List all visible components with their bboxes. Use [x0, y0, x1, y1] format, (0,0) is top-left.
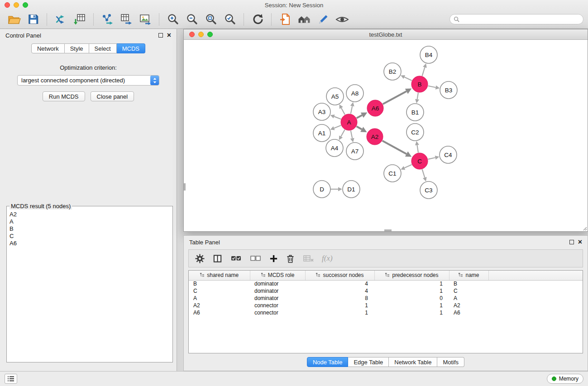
edge-A-A8[interactable] [351, 106, 352, 114]
tab-network[interactable]: Network [31, 43, 65, 53]
apply-style-button[interactable] [314, 11, 333, 28]
mcds-result-item-c[interactable]: C [8, 233, 172, 240]
cell-shared-name[interactable]: A6 [189, 309, 250, 316]
cell-predecessor-nodes[interactable]: 1 [374, 309, 449, 316]
zoom-selected-button[interactable] [220, 11, 239, 28]
cell-successor-nodes[interactable]: 1 [305, 302, 374, 309]
mcds-result-item-a6[interactable]: A6 [8, 240, 172, 247]
cell-name[interactable]: A6 [449, 309, 488, 316]
float-panel-icon[interactable] [158, 33, 163, 38]
table-tab-motifs[interactable]: Motifs [437, 357, 464, 367]
float-table-panel-icon[interactable] [569, 240, 574, 244]
cell-name[interactable]: B [449, 280, 488, 287]
table-row[interactable]: Adominator80A [189, 295, 583, 302]
edge-A-A7[interactable] [351, 131, 352, 138]
cell-mcds-role[interactable]: dominator [250, 287, 305, 295]
mcds-result-list[interactable]: A2ABCA6 [8, 211, 172, 361]
tab-style[interactable]: Style [65, 43, 89, 53]
vertical-scroll-stub[interactable] [184, 183, 186, 191]
table-settings-button[interactable] [195, 254, 205, 263]
cell-successor-nodes[interactable]: 4 [305, 280, 374, 287]
delete-table-button[interactable] [303, 254, 314, 262]
cell-predecessor-nodes[interactable]: 0 [374, 295, 449, 302]
select-all-columns-button[interactable] [230, 254, 242, 262]
cell-shared-name[interactable]: A [189, 295, 250, 302]
save-session-button[interactable] [24, 11, 43, 28]
edge-B-B1[interactable] [417, 93, 418, 100]
edge-B-B2[interactable] [404, 77, 412, 81]
edge-A-A2[interactable] [357, 126, 362, 129]
cell-shared-name[interactable]: B [189, 280, 250, 287]
network-canvas-area[interactable]: B4B2BB3A8A5A6A3B1AC2A1A2A4A7C4CC1C3DD1 [184, 40, 588, 231]
edge-C-C2[interactable] [417, 145, 418, 153]
network-window-titlebar[interactable]: testGlobe.txt [184, 29, 588, 40]
cell-shared-name[interactable]: C [189, 287, 250, 295]
memory-button[interactable]: Memory [547, 374, 583, 384]
edge-A-A4[interactable] [341, 130, 345, 137]
cell-name[interactable]: A [449, 295, 488, 302]
edge-C-C1[interactable] [404, 165, 411, 168]
table-tab-network-table[interactable]: Network Table [389, 357, 437, 367]
open-network-file-button[interactable] [276, 11, 295, 28]
column-header-predecessor-nodes[interactable]: predecessor nodes [374, 271, 449, 280]
cell-mcds-role[interactable]: dominator [250, 295, 305, 302]
delete-column-button[interactable] [286, 254, 295, 263]
open-session-button[interactable] [5, 11, 24, 28]
panel-selector-button[interactable] [5, 374, 17, 384]
cell-mcds-role[interactable]: connector [250, 309, 305, 316]
node-table[interactable]: shared nameMCDS rolesuccessor nodesprede… [188, 270, 583, 353]
cell-mcds-role[interactable]: dominator [250, 280, 305, 287]
mcds-result-item-a2[interactable]: A2 [8, 211, 172, 218]
table-row[interactable]: Bdominator41B [189, 280, 583, 287]
edge-C-C4[interactable] [428, 157, 435, 159]
show-all-networks-button[interactable] [295, 11, 314, 28]
cell-successor-nodes[interactable]: 1 [305, 309, 374, 316]
edge-A-A5[interactable] [341, 108, 345, 114]
close-panel-button[interactable]: Close panel [91, 91, 134, 101]
cell-shared-name[interactable]: A2 [189, 302, 250, 309]
horizontal-scroll-stub[interactable] [384, 229, 392, 231]
network-canvas[interactable]: B4B2BB3A8A5A6A3B1AC2A1A2A4A7C4CC1C3DD1 [184, 40, 588, 231]
import-table-button[interactable] [70, 11, 89, 28]
edge-A-A6[interactable] [357, 115, 362, 118]
cell-predecessor-nodes[interactable]: 1 [374, 302, 449, 309]
table-tab-edge-table[interactable]: Edge Table [348, 357, 389, 367]
cell-predecessor-nodes[interactable]: 1 [374, 287, 449, 295]
search-input[interactable] [462, 16, 579, 23]
criterion-dropdown[interactable]: largest connected component (directed) [17, 75, 159, 86]
function-builder-button[interactable]: f(x) [322, 254, 333, 263]
zoom-in-button[interactable] [163, 11, 182, 28]
edge-A-A1[interactable] [334, 125, 341, 128]
export-table-button[interactable] [117, 11, 136, 28]
edge-A6-B[interactable] [383, 91, 406, 104]
edge-B-B4[interactable] [422, 67, 425, 76]
cell-name[interactable]: A2 [449, 302, 488, 309]
table-row[interactable]: A2connector11A2 [189, 302, 583, 309]
export-network-button[interactable] [98, 11, 117, 28]
run-mcds-button[interactable]: Run MCDS [43, 91, 85, 101]
cell-mcds-role[interactable]: connector [250, 302, 305, 309]
cell-successor-nodes[interactable]: 8 [305, 295, 374, 302]
column-header-shared-name[interactable]: shared name [189, 271, 250, 280]
table-row[interactable]: A6connector11A6 [189, 309, 583, 316]
export-image-button[interactable] [136, 11, 155, 28]
edge-A2-C[interactable] [382, 141, 406, 154]
cell-predecessor-nodes[interactable]: 1 [374, 280, 449, 287]
zoom-fit-button[interactable] [201, 11, 220, 28]
cell-name[interactable]: C [449, 287, 488, 295]
close-panel-icon[interactable]: × [167, 33, 171, 38]
deselect-all-columns-button[interactable] [250, 254, 261, 262]
show-columns-button[interactable] [213, 254, 222, 263]
tab-mcds[interactable]: MCDS [117, 43, 145, 53]
tab-select[interactable]: Select [89, 43, 117, 53]
zoom-out-button[interactable] [182, 11, 201, 28]
resize-grip-icon[interactable] [582, 225, 587, 231]
table-row[interactable]: Cdominator41C [189, 287, 583, 295]
cell-successor-nodes[interactable]: 4 [305, 287, 374, 295]
edge-B-B3[interactable] [428, 86, 436, 87]
edge-A-A3[interactable] [334, 116, 341, 119]
apply-layout-button[interactable] [248, 11, 267, 28]
import-network-button[interactable] [51, 11, 70, 28]
column-header-mcds-role[interactable]: MCDS role [250, 271, 305, 280]
mcds-result-item-a[interactable]: A [8, 218, 172, 225]
